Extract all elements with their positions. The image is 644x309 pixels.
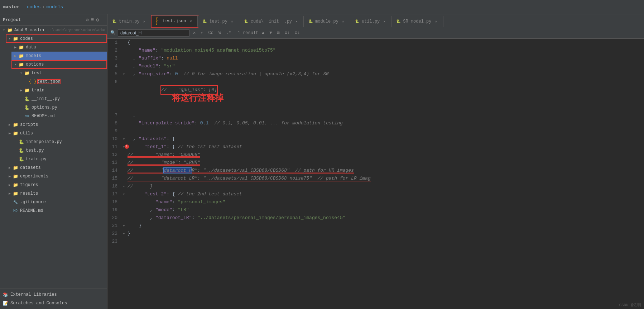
gutter-8 bbox=[120, 119, 128, 127]
gutter-15 bbox=[120, 175, 128, 182]
module-py-tab-close[interactable]: ✕ bbox=[341, 19, 346, 24]
sidebar-item-train-folder[interactable]: ▶ 📁 train bbox=[17, 86, 107, 95]
train-py-tab-close[interactable]: ✕ bbox=[142, 19, 147, 24]
tab-train-py[interactable]: 🐍 train.py ✕ bbox=[107, 16, 152, 27]
sidebar-item-utils[interactable]: ▶ 📁 utils bbox=[6, 129, 107, 138]
collapse-icon[interactable]: ≡ bbox=[91, 17, 94, 23]
module-py-tab-icon: 🐍 bbox=[308, 19, 313, 24]
breadcrumb-models[interactable]: models bbox=[46, 4, 63, 10]
util-py-tab-icon: 🐍 bbox=[355, 19, 360, 24]
train-py-label: train.py bbox=[26, 157, 47, 162]
sidebar-item-experiments[interactable]: ▶ 📁 experiments bbox=[6, 172, 107, 181]
search-expand-btn[interactable]: ⊡ bbox=[276, 29, 281, 36]
external-libraries-icon: 📚 bbox=[3, 292, 8, 298]
test-json-label: test.json bbox=[37, 79, 61, 84]
search-clear-btn[interactable]: ✕ bbox=[192, 29, 197, 36]
gutter-16[interactable]: ▾ bbox=[120, 182, 128, 190]
line-num-21: 21 bbox=[107, 222, 120, 230]
sidebar-item-models[interactable]: ▶ 📁 models bbox=[11, 52, 107, 60]
gutter-11[interactable]: ▾ ! bbox=[120, 143, 128, 151]
util-py-tab-close[interactable]: ✕ bbox=[382, 19, 387, 24]
search-input[interactable] bbox=[118, 29, 189, 37]
project-label: Project bbox=[3, 18, 21, 23]
gutter-21[interactable]: ▾ bbox=[120, 222, 128, 230]
tab-test-py[interactable]: 🐍 test.py ✕ bbox=[198, 16, 239, 27]
scratches-consoles-item[interactable]: 📝 Scratches and Consoles bbox=[0, 299, 107, 308]
search-prev-btn[interactable]: ▲ bbox=[260, 30, 266, 36]
search-result-count: 1 result bbox=[237, 30, 258, 35]
sidebar-item-codes[interactable]: ▾ 📁 codes bbox=[6, 34, 107, 43]
sidebar-item-gitignore[interactable]: ▶ 🔧 .gitignore bbox=[6, 198, 107, 206]
sidebar-item-figures[interactable]: ▶ 📁 figures bbox=[6, 181, 107, 189]
line-num-14: 14 bbox=[107, 167, 120, 175]
line-num-6: 6 bbox=[107, 78, 120, 111]
search-next-btn[interactable]: ▼ bbox=[268, 30, 273, 36]
interpolate-py-icon: 🐍 bbox=[18, 139, 24, 145]
breadcrumb-codes[interactable]: codes bbox=[27, 4, 41, 10]
datasets-arrow: ▶ bbox=[7, 166, 12, 170]
sidebar-item-readme-options[interactable]: ▶ MD README.md bbox=[17, 112, 107, 120]
minimize-icon[interactable]: — bbox=[101, 17, 104, 23]
data-folder-icon: 📁 bbox=[18, 44, 24, 51]
tab-cuda-init[interactable]: 🐍 cuda\__init__.py ✕ bbox=[239, 16, 304, 27]
data-label: data bbox=[26, 45, 36, 50]
code-text-17: "test_2": { // the 2nd test dataset bbox=[128, 190, 644, 198]
gutter-23 bbox=[120, 238, 128, 246]
search-word-btn[interactable]: W bbox=[217, 30, 222, 36]
add-icon[interactable]: ⊕ bbox=[86, 17, 88, 23]
code-text-5: , "crop_size": 0 // 0 for image restorat… bbox=[128, 70, 644, 78]
tab-util-py[interactable]: 🐍 util.py ✕ bbox=[350, 16, 391, 27]
search-regex-btn[interactable]: ↩ bbox=[199, 29, 205, 36]
figures-label: figures bbox=[20, 182, 38, 187]
code-text-19: , "mode": "LR" bbox=[128, 206, 644, 214]
code-text-10: , "datasets": { bbox=[128, 135, 644, 143]
search-cc-btn[interactable]: Cc bbox=[207, 30, 215, 36]
search-wildcard-btn[interactable]: .* bbox=[225, 30, 232, 36]
line-num-19: 19 bbox=[107, 206, 120, 214]
sidebar-item-data[interactable]: ▶ 📁 data bbox=[11, 43, 107, 52]
gutter-5[interactable]: ▾ bbox=[120, 70, 128, 78]
gutter-10[interactable]: ▾ bbox=[120, 135, 128, 143]
gitignore-label: .gitignore bbox=[20, 200, 46, 205]
sidebar-item-scripts[interactable]: ▶ 📁 scripts bbox=[6, 120, 107, 129]
sidebar-item-options[interactable]: ▾ 📁 options bbox=[11, 60, 107, 69]
line-num-1: 1 bbox=[107, 39, 120, 47]
tab-module-py[interactable]: 🐍 module.py ✕ bbox=[304, 16, 350, 27]
test-py-tab-close[interactable]: ✕ bbox=[230, 19, 235, 24]
gutter-17[interactable]: ▾ bbox=[120, 190, 128, 198]
cuda-init-tab-close[interactable]: ✕ bbox=[294, 19, 299, 24]
sidebar-item-test-py[interactable]: ▶ 🐍 test.py bbox=[11, 146, 107, 155]
gutter-22[interactable]: ▾ bbox=[120, 230, 128, 238]
sr-model-tab-close[interactable]: ✕ bbox=[434, 19, 439, 24]
tab-sr-model[interactable]: 🐍 SR_model.py ✕ bbox=[391, 16, 443, 27]
utils-folder-icon: 📁 bbox=[12, 130, 19, 137]
codes-label: codes bbox=[20, 36, 33, 41]
tab-test-json[interactable]: { } test.json ✕ bbox=[152, 15, 198, 27]
external-libraries-label: External Libraries bbox=[10, 292, 57, 297]
sidebar-item-readme-main[interactable]: ▶ MD README.md bbox=[6, 206, 107, 215]
sidebar-item-options-py[interactable]: ▶ 🐍 options.py bbox=[17, 103, 107, 112]
gitignore-icon: 🔧 bbox=[12, 199, 19, 205]
search-filter-btn[interactable]: ⊟↕ bbox=[293, 29, 301, 36]
line-num-4: 4 bbox=[107, 62, 120, 70]
sidebar-item-datasets[interactable]: ▶ 📁 datasets bbox=[6, 163, 107, 172]
tab-bar: 🐍 train.py ✕ { } test.json ✕ 🐍 test.py ✕… bbox=[107, 14, 644, 27]
sidebar-item-test-json[interactable]: ▶ { } test.json bbox=[23, 77, 107, 86]
test-py-label: test.py bbox=[26, 148, 44, 153]
external-libraries-item[interactable]: 📚 External Libraries bbox=[0, 290, 107, 299]
test-json-tab-close[interactable]: ✕ bbox=[188, 19, 193, 24]
search-icon: 🔍 bbox=[110, 30, 116, 35]
code-line-15: 15 // "dataroot_LR": "../datasets/val_CB… bbox=[107, 175, 644, 182]
sidebar-item-results[interactable]: ▶ 📁 results bbox=[6, 189, 107, 198]
editor-area: 🐍 train.py ✕ { } test.json ✕ 🐍 test.py ✕… bbox=[107, 14, 644, 309]
sidebar-item-train-py[interactable]: ▶ 🐍 train.py bbox=[11, 155, 107, 163]
test-folder-icon: 📁 bbox=[24, 70, 30, 76]
scripts-folder-icon: 📁 bbox=[12, 122, 19, 128]
search-settings-btn[interactable]: ≡↕ bbox=[283, 30, 291, 36]
sidebar-item-test-folder[interactable]: ▾ 📁 test bbox=[17, 69, 107, 77]
test-py-icon: 🐍 bbox=[18, 147, 24, 154]
settings-icon[interactable]: ⚙ bbox=[96, 17, 99, 23]
sidebar-item-interpolate-py[interactable]: ▶ 🐍 interpolate.py bbox=[11, 138, 107, 146]
sidebar-item-init-py[interactable]: ▶ 🐍 __init__.py bbox=[17, 95, 107, 103]
project-root[interactable]: ▾ 📁 AdaFM-master F:\Code\Python\AdaFM\Ad… bbox=[0, 26, 107, 34]
